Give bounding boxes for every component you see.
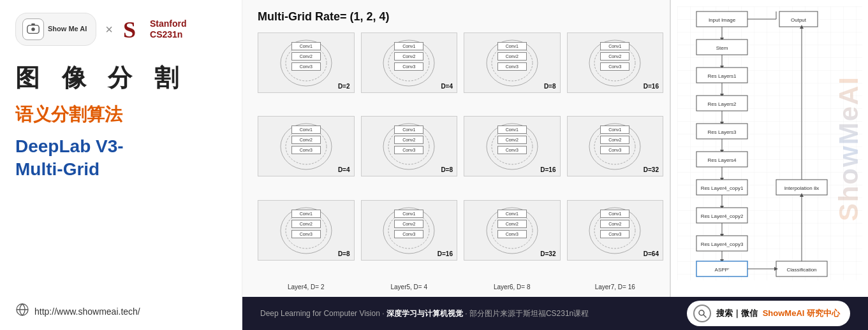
sidebar: Show Me AI × S Stanford CS231n 图 像 分 割 语…	[0, 0, 242, 330]
diagram-area: Multi-Grid Rate= (1, 2, 4) Conv1 Conv2	[242, 0, 868, 297]
stanford-badge: S Stanford CS231n	[122, 17, 187, 41]
svg-text:Stem: Stem	[716, 45, 728, 51]
grid-cell-3-3: Conv1 Conv2 Conv3 D=32	[464, 200, 561, 261]
showmeai-icon	[22, 18, 44, 40]
svg-text:Res Layers4: Res Layers4	[708, 157, 737, 163]
svg-text:Res Layers1: Res Layers1	[708, 73, 737, 79]
right-architecture-diagram: ShowMeAI Input Image Output	[670, 0, 868, 297]
svg-text:Output: Output	[791, 17, 807, 23]
architecture-svg: Input Image Output Stem Res Layers1 Res …	[677, 6, 862, 280]
svg-text:S: S	[123, 17, 136, 41]
svg-line-70	[703, 315, 706, 317]
svg-text:ASPP': ASPP'	[715, 267, 730, 273]
brand-label: ShowMeAI 研究中心	[763, 308, 840, 319]
layer-label-1: Layer4, D= 2	[258, 283, 355, 291]
grid-cell-3-2: Conv1 Conv2 Conv3 D=16	[361, 200, 458, 261]
grid-cell-3-4: Conv1 Conv2 Conv3 D=64	[567, 200, 664, 261]
grid-cell-1-2: Conv1 Conv2 Conv3 D=4	[361, 32, 458, 93]
grid-cell-2-3: Conv1 Conv2 Conv3 D=16	[464, 116, 561, 176]
grid-cell-1-3: Conv1 Conv2 Conv3 D=8	[464, 32, 561, 93]
center-diagram: Multi-Grid Rate= (1, 2, 4) Conv1 Conv2	[242, 0, 670, 297]
showmeai-label: Show Me AI	[48, 25, 87, 33]
svg-point-1	[31, 27, 35, 31]
showmeai-logo-badge: Show Me AI	[15, 13, 96, 46]
svg-text:Res Layer4_copy3: Res Layer4_copy3	[701, 241, 744, 247]
layer-label-2: Layer5, D= 4	[361, 283, 458, 291]
wechat-badge[interactable]: 搜索｜微信 ShowMeAI 研究中心	[687, 301, 850, 326]
diagram-title: Multi-Grid Rate= (1, 2, 4)	[258, 10, 663, 24]
grid-cell-3-1: Conv1 Conv2 Conv3 D=8	[258, 200, 355, 261]
svg-text:Res Layers3: Res Layers3	[708, 129, 737, 135]
website-row: http://www.showmeai.tech/	[15, 303, 226, 320]
svg-rect-2	[31, 24, 35, 25]
website-url[interactable]: http://www.showmeai.tech/	[34, 306, 140, 317]
main-content: Multi-Grid Rate= (1, 2, 4) Conv1 Conv2	[242, 0, 868, 330]
svg-text:Input Image: Input Image	[709, 17, 736, 23]
stanford-name: Stanford	[150, 18, 187, 29]
search-icon	[693, 305, 711, 322]
layer-label-4: Layer7, D= 16	[567, 283, 664, 291]
grid-cell-2-1: Conv1 Conv2 Conv3 D=4	[258, 116, 355, 176]
bottom-left-text: Deep Learning for Computer Vision · 深度学习…	[260, 308, 589, 319]
svg-text:Res Layer4_copy2: Res Layer4_copy2	[701, 213, 744, 219]
cs231n-label: CS231n	[150, 29, 187, 40]
grid-cell-2-2: Conv1 Conv2 Conv3 D=8	[361, 116, 458, 176]
page-title-topic: DeepLab V3- Multi-Grid	[15, 135, 226, 182]
website-icon	[15, 303, 29, 320]
layer-label-3: Layer6, D= 8	[464, 283, 561, 291]
stanford-logo: S	[122, 17, 146, 41]
grid-cell-2-4: Conv1 Conv2 Conv3 D=32	[567, 116, 664, 176]
cross-symbol: ×	[105, 22, 113, 37]
grid-cell-1-1: Conv1 Conv2 Conv3 D=2	[258, 32, 355, 93]
svg-text:Res Layer4_copy1: Res Layer4_copy1	[701, 185, 744, 191]
grid-cell-1-4: Conv1 Conv2 Conv3 D=16	[567, 32, 664, 93]
svg-text:Interpolation 8x: Interpolation 8x	[784, 185, 820, 191]
svg-text:Classification: Classification	[786, 267, 816, 273]
logo-area: Show Me AI × S Stanford CS231n	[15, 13, 226, 46]
page-title-main: 图 像 分 割	[15, 64, 226, 93]
bottom-bar: Deep Learning for Computer Vision · 深度学习…	[242, 297, 868, 330]
page-title-sub: 语义分割算法	[15, 103, 226, 126]
search-label: 搜索｜微信	[716, 308, 758, 319]
svg-text:Res Layers2: Res Layers2	[708, 101, 737, 107]
